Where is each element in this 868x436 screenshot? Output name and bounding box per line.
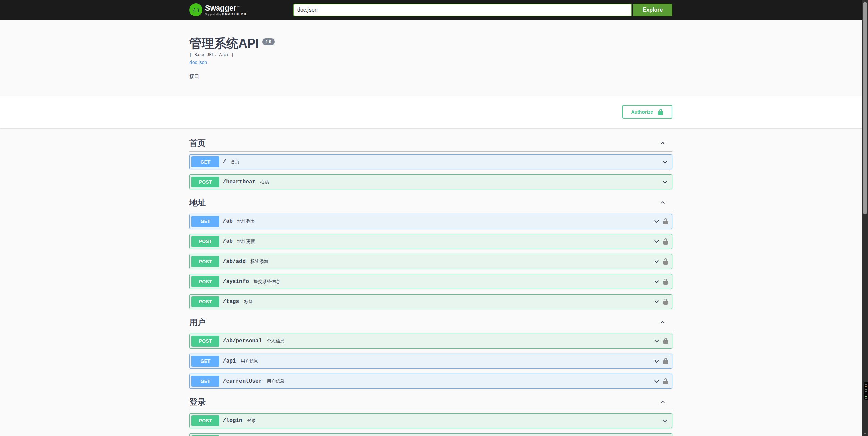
operation-row: POST /sysinfo 提交系统信息 (189, 274, 672, 289)
operation-row: GET /currentUser 用户信息 (189, 374, 672, 389)
chevron-up-icon[interactable] (660, 200, 666, 206)
endpoint-summary: 提交系统信息 (254, 279, 653, 285)
endpoint-summary: 首页 (231, 159, 662, 165)
operation-row: GET /ab 地址列表 (189, 214, 672, 229)
auth-lock-button[interactable] (662, 298, 669, 305)
method-badge: POST (191, 415, 219, 426)
operation-summary[interactable]: POST /tags 标签 (190, 295, 672, 309)
section-rows: POST /ab/personal 个人信息 GET /api 用户信息 (189, 334, 672, 389)
tag-header[interactable]: 登录 (189, 394, 672, 410)
operation-summary[interactable]: POST /heartbeat 心跳 (190, 175, 672, 189)
method-badge: GET (191, 156, 219, 167)
method-badge: POST (191, 177, 219, 187)
operation-summary[interactable]: POST /ab/add 标签添加 (190, 254, 672, 269)
method-badge: GET (191, 356, 219, 367)
chevron-up-icon[interactable] (660, 319, 666, 325)
operation-summary[interactable]: POST /ab/personal 个人信息 (190, 334, 672, 348)
section-rows: POST /login 登录 POST /login/status 登录状态 (189, 413, 672, 436)
operation-summary[interactable]: GET /currentUser 用户信息 (190, 374, 672, 388)
authorize-button[interactable]: Authorize (622, 105, 672, 119)
chevron-down-icon[interactable] (662, 158, 668, 165)
section-title: 地址 (189, 198, 206, 208)
tag-header[interactable]: 用户 (189, 314, 672, 331)
api-title: 管理系统API1.0 (189, 36, 672, 51)
chevron-down-icon[interactable] (653, 238, 660, 245)
explore-button[interactable]: Explore (633, 4, 672, 16)
endpoint-summary: 标签 (244, 299, 653, 305)
auth-lock-button[interactable] (662, 218, 669, 225)
endpoint-path: /heartbeat (223, 179, 255, 185)
chevron-down-icon[interactable] (662, 179, 668, 185)
endpoint-path: /currentUser (223, 378, 262, 384)
auth-lock-button[interactable] (662, 238, 669, 245)
method-badge: POST (191, 276, 219, 287)
method-badge: POST (191, 236, 219, 247)
scrollbar: ▲ ▼ (862, 0, 868, 436)
swagger-logo[interactable]: {···} Swagger™ Supported bySMARTBEAR (189, 3, 247, 16)
chevron-up-icon[interactable] (660, 140, 666, 146)
operation-summary[interactable]: POST /ab 地址更新 (190, 234, 672, 249)
chevron-down-icon[interactable] (653, 258, 660, 265)
info-section: 管理系统API1.0 [ Base URL: /api ] doc.json 接… (0, 20, 862, 96)
auth-lock-button[interactable] (662, 378, 669, 385)
padlock-icon (662, 338, 669, 345)
auth-lock-button[interactable] (662, 338, 669, 345)
endpoint-summary: 用户信息 (240, 358, 653, 364)
operation-summary[interactable]: GET / 首页 (190, 155, 672, 169)
endpoint-path: /sysinfo (223, 279, 249, 285)
chevron-down-icon[interactable] (653, 338, 660, 345)
endpoint-path: /login (223, 418, 243, 424)
scrollbar-thumb[interactable] (863, 2, 867, 214)
chevron-up-icon[interactable] (660, 399, 666, 405)
endpoint-path: /ab/add (223, 258, 246, 265)
padlock-icon (662, 258, 669, 265)
padlock-icon (662, 278, 669, 285)
operation-summary[interactable]: GET /ab 地址列表 (190, 214, 672, 229)
spec-url-input[interactable] (293, 4, 632, 16)
auth-lock-button[interactable] (662, 358, 669, 365)
chevron-down-icon[interactable] (653, 298, 660, 305)
version-badge: 1.0 (262, 38, 275, 45)
tag-header[interactable]: 首页 (189, 135, 672, 152)
method-badge: GET (191, 376, 219, 387)
method-badge: POST (191, 336, 219, 347)
operation-row: POST /tags 标签 (189, 294, 672, 309)
base-url: [ Base URL: /api ] (189, 53, 672, 57)
logo-title: Swagger (205, 4, 236, 12)
endpoint-summary: 用户信息 (267, 378, 653, 384)
section-title: 首页 (189, 138, 206, 148)
endpoint-path: /ab/personal (223, 338, 262, 344)
topbar: {···} Swagger™ Supported bySMARTBEAR Exp… (0, 0, 862, 20)
endpoint-path: /tags (223, 299, 239, 305)
section-rows: GET / 首页 POST /heartbeat 心跳 (189, 154, 672, 189)
operation-summary[interactable]: POST /login/status 登录状态 (190, 434, 672, 436)
chevron-down-icon[interactable] (662, 417, 668, 424)
operation-row: POST /login 登录 (189, 413, 672, 428)
api-title-text: 管理系统API (189, 36, 259, 50)
operation-summary[interactable]: POST /sysinfo 提交系统信息 (190, 274, 672, 289)
method-badge: POST (191, 256, 219, 267)
unlock-icon (657, 108, 664, 115)
chevron-down-icon[interactable] (653, 358, 660, 365)
logo-trademark: ™ (237, 6, 240, 9)
tag-header[interactable]: 地址 (189, 195, 672, 211)
logo-subtitle: Supported bySMARTBEAR (205, 12, 247, 16)
padlock-icon (662, 358, 669, 365)
auth-lock-button[interactable] (662, 258, 669, 265)
operation-row: POST /heartbeat 心跳 (189, 174, 672, 189)
endpoint-path: /ab (223, 238, 233, 245)
scrollbar-down-arrow[interactable]: ▼ (862, 432, 868, 435)
operation-summary[interactable]: GET /api 用户信息 (190, 354, 672, 368)
endpoint-summary: 登录 (247, 418, 662, 424)
chevron-down-icon[interactable] (653, 278, 660, 285)
chevron-down-icon[interactable] (653, 378, 660, 385)
chevron-down-icon[interactable] (653, 218, 660, 225)
endpoint-summary: 地址更新 (237, 238, 653, 245)
operation-summary[interactable]: POST /login 登录 (190, 414, 672, 428)
endpoint-path: / (223, 159, 226, 165)
auth-lock-button[interactable] (662, 278, 669, 285)
spec-link[interactable]: doc.json (189, 60, 207, 65)
tag-section: 首页 GET / 首页 POST /heartbeat 心跳 (189, 135, 672, 189)
supported-by-label: Supported by (205, 13, 221, 16)
section-rows: GET /ab 地址列表 POST /ab 地址更新 (189, 214, 672, 309)
